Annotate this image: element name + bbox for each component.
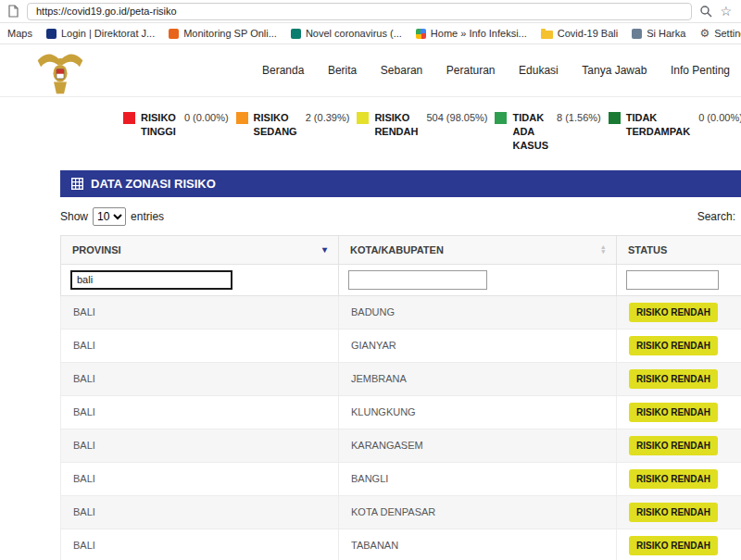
page-info-icon[interactable] [7,5,19,18]
bookmark-item[interactable]: Monitoring SP Onli... [169,28,277,39]
search-box: Search: [697,207,741,227]
filter-cell-provinsi [61,264,339,295]
column-label: KOTA/KABUPATEN [350,244,444,255]
legend-color-swatch [357,112,369,124]
cell-kota-kabupaten: BADUNG [339,295,617,329]
folder-icon [541,31,553,39]
zoom-icon[interactable] [699,5,712,18]
filter-cell-kota [339,264,617,295]
table-row: BALIBADUNGRISIKO RENDAH [61,295,741,329]
nav-item-sebaran[interactable]: Sebaran [381,64,422,77]
bookmark-label: Covid-19 Bali [558,28,618,39]
legend-color-swatch [495,112,507,124]
legend-item: TIDAK ADA KASUS8 (1.56%) [495,111,600,153]
legend-value: 0 (0.00%) [184,111,229,153]
filter-kota-input[interactable] [348,270,487,290]
favorites-star-icon[interactable]: ☆ [720,5,732,18]
cell-provinsi: BALI [61,462,339,495]
bookmark-label: Novel coronavirus (... [306,28,402,39]
cell-kota-kabupaten: JEMBRANA [339,362,617,395]
nav-item-beranda[interactable]: Beranda [262,64,304,77]
bookmark-item[interactable]: Novel coronavirus (... [291,28,402,39]
cell-status: RISIKO RENDAH [617,329,741,362]
legend-label: TIDAK ADA KASUS [512,111,548,153]
cell-provinsi: BALI [61,362,339,395]
legend-value: 0 (0.00%) [698,111,741,153]
status-badge: RISIKO RENDAH [629,303,718,322]
bookmark-item[interactable]: Login | Direktorat J... [46,28,155,39]
show-label: Show [60,210,88,223]
browser-address-bar: https://covid19.go.id/peta-risiko ☆ [0,0,741,23]
legend-item: RISIKO SEDANG2 (0.39%) [236,111,350,153]
cell-provinsi: BALI [61,295,339,329]
cell-kota-kabupaten: KLUNGKUNG [339,395,617,429]
nav-item-tanya-jawab[interactable]: Tanya Jawab [582,64,647,77]
bookmark-label: Si Harka [647,28,685,39]
legend-color-swatch [609,112,621,124]
garuda-logo[interactable] [33,45,87,99]
cell-provinsi: BALI [61,429,339,462]
page-size-select[interactable]: 10 [93,207,126,226]
nav-item-peraturan[interactable]: Peraturan [446,64,496,77]
table-row: BALIKOTA DENPASARRISIKO RENDAH [61,495,741,529]
cell-status: RISIKO RENDAH [617,529,741,560]
sort-desc-icon[interactable]: ▾ [322,244,327,255]
cell-kota-kabupaten: GIANYAR [339,329,617,362]
legend-item: RISIKO RENDAH504 (98.05%) [357,111,487,153]
gear-icon: ⚙ [699,28,710,39]
bookmark-item[interactable]: Maps [7,28,32,39]
legend-color-swatch [236,112,248,124]
show-entries: Show 10 entries [60,207,164,226]
legend-item: TIDAK TERDAMPAK0 (0.00%) [609,111,741,153]
column-label: PROVINSI [72,244,121,255]
bookmark-item[interactable]: Home » Info Infeksi... [416,28,527,39]
table-row: BALIGIANYARRISIKO RENDAH [61,329,741,362]
legend-value: 8 (1.56%) [557,111,601,153]
legend-label: RISIKO TINGGI [141,111,176,153]
url-bar[interactable]: https://covid19.go.id/peta-risiko [27,3,692,20]
site-header: BerandaBeritaSebaranPeraturanEdukasiTany… [0,44,741,97]
bookmark-item[interactable]: Si Harka [632,28,685,39]
cell-status: RISIKO RENDAH [617,462,741,495]
risk-zone-table: PROVINSI ▾ KOTA/KABUPATEN ▴▾ STATUS [60,235,741,560]
cell-provinsi: BALI [61,395,339,429]
legend-label: RISIKO RENDAH [374,111,418,153]
monitoring-favicon [169,29,179,39]
legend-value: 2 (0.39%) [306,111,350,153]
bookmark-item[interactable]: ⚙Settings [699,28,741,39]
sort-both-icon[interactable]: ▴▾ [601,245,605,253]
nav-item-info-penting[interactable]: Info Penting [671,64,730,77]
url-text: https://covid19.go.id/peta-risiko [36,6,177,17]
column-header-kota-kabupaten[interactable]: KOTA/KABUPATEN ▴▾ [339,235,617,264]
nav-item-berita[interactable]: Berita [328,64,357,77]
column-header-status[interactable]: STATUS ▴▾ [617,235,741,264]
cell-kota-kabupaten: BANGLI [339,462,617,495]
bookmark-label: Login | Direktorat J... [61,28,155,39]
filter-status-input[interactable] [626,270,719,290]
cell-provinsi: BALI [61,329,339,362]
legend-item: RISIKO TINGGI0 (0.00%) [123,111,229,153]
filter-provinsi-input[interactable] [70,270,232,290]
legend-label: RISIKO SEDANG [254,111,297,153]
status-badge: RISIKO RENDAH [629,436,718,455]
table-row: BALIKLUNGKUNGRISIKO RENDAH [61,395,741,429]
status-badge: RISIKO RENDAH [629,403,718,422]
cell-kota-kabupaten: KARANGASEM [339,429,617,462]
nav-item-edukasi[interactable]: Edukasi [519,64,559,77]
legend-value: 504 (98.05%) [426,111,487,153]
coronavirus-favicon [291,29,301,39]
cell-provinsi: BALI [61,495,339,529]
cell-kota-kabupaten: KOTA DENPASAR [339,495,617,529]
column-header-provinsi[interactable]: PROVINSI ▾ [61,235,339,264]
risk-legend: RISIKO TINGGI0 (0.00%)RISIKO SEDANG2 (0.… [0,97,741,165]
cell-status: RISIKO RENDAH [617,362,741,395]
cell-status: RISIKO RENDAH [617,395,741,429]
browser-window: https://covid19.go.id/peta-risiko ☆ Maps… [0,0,741,560]
table-grid-icon [71,178,83,190]
main-nav: BerandaBeritaSebaranPeraturanEdukasiTany… [262,44,730,96]
risk-zone-section: DATA ZONASI RISIKO Show 10 entries Searc… [60,170,741,560]
bookmark-item[interactable]: Covid-19 Bali [541,28,618,39]
table-row: BALIJEMBRANARISIKO RENDAH [61,362,741,395]
table-row: BALITABANANRISIKO RENDAH [61,529,741,560]
filter-cell-status [617,264,741,295]
